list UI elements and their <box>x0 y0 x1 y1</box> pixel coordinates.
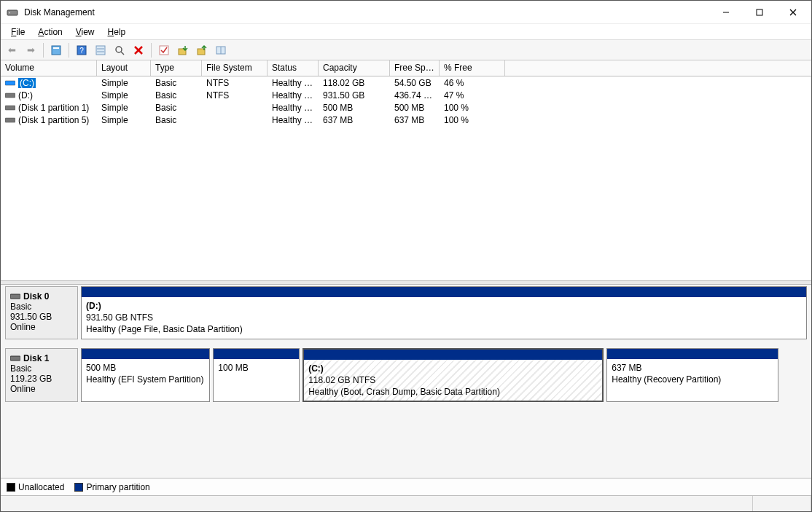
volume-type: Basic <box>151 115 202 125</box>
list-view-icon[interactable] <box>93 42 109 58</box>
menu-file[interactable]: File <box>5 25 31 39</box>
disk-status: Online <box>10 322 73 332</box>
svg-rect-26 <box>10 294 20 299</box>
column-volume[interactable]: Volume <box>1 60 97 76</box>
help-icon[interactable]: ? <box>74 42 90 58</box>
status-cell <box>1 496 753 511</box>
volume-row[interactable]: (Disk 1 partition 1)SimpleBasicHealthy (… <box>1 101 811 114</box>
status-cell <box>753 496 811 511</box>
partition[interactable]: 500 MBHealthy (EFI System Partition) <box>81 348 210 403</box>
statusbar <box>1 495 811 511</box>
svg-rect-17 <box>160 46 168 55</box>
partition-label: (D:) <box>86 300 802 312</box>
disk-type: Basic <box>10 363 73 374</box>
legend-primary: Primary partition <box>74 482 149 492</box>
volume-status: Healthy (B... <box>268 78 319 88</box>
partition[interactable]: 637 MBHealthy (Recovery Partition) <box>606 348 778 403</box>
volume-layout: Simple <box>97 90 151 101</box>
volume-type: Basic <box>151 78 202 88</box>
maximize-button[interactable] <box>743 1 776 23</box>
column-type[interactable]: Type <box>151 60 202 76</box>
check-icon[interactable] <box>156 42 172 58</box>
svg-rect-6 <box>52 46 60 55</box>
back-button[interactable]: ⬅ <box>4 42 20 58</box>
column-capacity[interactable]: Capacity <box>319 60 390 76</box>
disk-icon <box>10 293 20 300</box>
column-filesystem[interactable]: File System <box>202 60 268 76</box>
volume-name: (Disk 1 partition 1) <box>18 103 89 113</box>
volume-name: (C:) <box>18 78 36 88</box>
settings-panel-icon[interactable] <box>213 42 229 58</box>
volume-status: Healthy (P... <box>268 90 319 101</box>
disk-row: Disk 0Basic931.50 GBOnline(D:)931.50 GB … <box>5 286 807 339</box>
partition-size: 118.02 GB NTFS <box>308 374 598 386</box>
partition-status: Healthy (Page File, Basic Data Partition… <box>86 323 802 335</box>
properties-icon[interactable] <box>48 42 64 58</box>
svg-rect-23 <box>5 93 15 98</box>
partition-stripe <box>82 349 209 359</box>
svg-rect-10 <box>96 46 105 55</box>
svg-rect-24 <box>5 106 15 110</box>
svg-point-1 <box>9 12 10 13</box>
export-icon[interactable] <box>194 42 210 58</box>
volume-list[interactable]: (C:)SimpleBasicNTFSHealthy (B...118.02 G… <box>1 76 811 280</box>
partition-stripe <box>304 350 602 360</box>
volume-type: Basic <box>151 90 202 101</box>
volume-type: Basic <box>151 103 202 113</box>
swatch-unallocated <box>7 483 15 492</box>
disk-row: Disk 1Basic119.23 GBOnline500 MBHealthy … <box>5 348 807 403</box>
disk-type: Basic <box>10 302 73 312</box>
disk-graphical-view[interactable]: Disk 0Basic931.50 GBOnline(D:)931.50 GB … <box>1 285 811 478</box>
volume-free: 637 MB <box>390 115 440 125</box>
search-icon[interactable] <box>112 42 128 58</box>
column-free[interactable]: Free Spa... <box>390 60 440 76</box>
column-pctfree[interactable]: % Free <box>440 60 505 76</box>
disk-icon <box>10 355 20 362</box>
volume-capacity: 931.50 GB <box>319 90 390 101</box>
volume-name: (D:) <box>18 90 33 101</box>
volume-row[interactable]: (C:)SimpleBasicNTFSHealthy (B...118.02 G… <box>1 76 811 89</box>
svg-rect-27 <box>10 356 20 361</box>
partition[interactable]: 100 MB <box>213 348 300 403</box>
partition-status: Healthy (Recovery Partition) <box>612 374 773 385</box>
volume-row[interactable]: (Disk 1 partition 5)SimpleBasicHealthy (… <box>1 114 811 126</box>
column-layout[interactable]: Layout <box>97 60 151 76</box>
partition-stripe <box>214 349 299 359</box>
svg-rect-22 <box>5 81 15 85</box>
disk-size: 119.23 GB <box>10 374 73 384</box>
toolbar-separator <box>69 43 69 58</box>
volume-capacity: 118.02 GB <box>319 78 390 88</box>
menu-help[interactable]: Help <box>102 25 132 39</box>
legend-unallocated: Unallocated <box>7 482 64 492</box>
svg-line-14 <box>121 52 124 55</box>
disk-partitions: 500 MBHealthy (EFI System Partition)100 … <box>81 348 807 403</box>
menu-action[interactable]: Action <box>32 25 68 39</box>
volume-capacity: 637 MB <box>319 115 390 125</box>
volume-capacity: 500 MB <box>319 103 390 113</box>
swatch-primary <box>74 483 83 492</box>
disk-info[interactable]: Disk 1Basic119.23 GBOnline <box>5 348 78 403</box>
import-icon[interactable] <box>175 42 191 58</box>
disk-status: Online <box>10 384 73 394</box>
disk-name: Disk 1 <box>23 353 49 363</box>
volume-name: (Disk 1 partition 5) <box>18 115 89 125</box>
volume-layout: Simple <box>97 103 151 113</box>
close-button[interactable] <box>776 1 810 23</box>
column-status[interactable]: Status <box>268 60 319 76</box>
partition[interactable]: (D:)931.50 GB NTFSHealthy (Page File, Ba… <box>81 286 807 339</box>
delete-icon[interactable] <box>130 42 147 58</box>
toolbar: ⬅ ➡ ? <box>1 40 811 60</box>
volume-pct: 47 % <box>440 90 505 101</box>
forward-button[interactable]: ➡ <box>23 42 39 58</box>
volume-pct: 100 % <box>440 103 505 113</box>
menu-view[interactable]: View <box>70 25 101 39</box>
partition-size: 100 MB <box>218 362 294 374</box>
toolbar-separator <box>151 43 152 58</box>
partition[interactable]: (C:)118.02 GB NTFSHealthy (Boot, Crash D… <box>302 348 604 403</box>
minimize-button[interactable] <box>709 1 743 23</box>
volume-fs: NTFS <box>202 90 268 101</box>
partition-stripe <box>607 349 778 359</box>
partition-status: Healthy (Boot, Crash Dump, Basic Data Pa… <box>308 386 598 398</box>
volume-row[interactable]: (D:)SimpleBasicNTFSHealthy (P...931.50 G… <box>1 89 811 101</box>
disk-info[interactable]: Disk 0Basic931.50 GBOnline <box>5 286 78 339</box>
